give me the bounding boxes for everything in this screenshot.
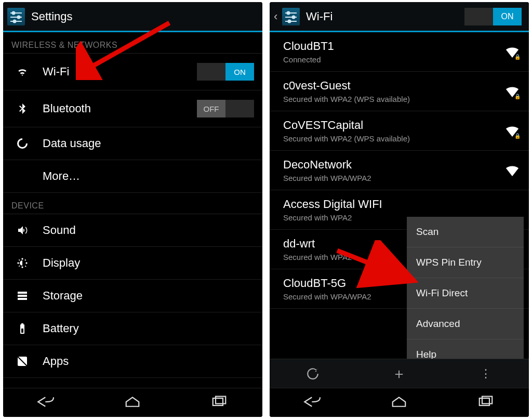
overflow-menu: Scan WPS Pin Entry Wi-Fi Direct Advanced… bbox=[407, 217, 524, 359]
wifi-status: Secured with WPA2 (WPS available) bbox=[283, 95, 505, 103]
wifi-signal-icon bbox=[505, 165, 520, 176]
lock-icon: 🔒 bbox=[514, 133, 521, 139]
row-sound-label: Sound bbox=[43, 224, 76, 237]
wifi-network-row[interactable]: CoVESTCapital Secured with WPA2 (WPS ava… bbox=[270, 111, 529, 151]
row-more[interactable]: More… bbox=[3, 160, 262, 193]
nav-recent-button[interactable] bbox=[475, 395, 497, 411]
wifi-master-toggle[interactable]: ON bbox=[464, 8, 522, 25]
wifi-status: Secured with WPA2 (WPS available) bbox=[283, 134, 505, 143]
nav-recent-button[interactable] bbox=[208, 395, 230, 411]
section-wireless-networks: WIRELESS & NETWORKS bbox=[3, 32, 262, 54]
toggle-off-label: OFF bbox=[197, 100, 225, 117]
row-storage-label: Storage bbox=[43, 289, 83, 303]
wifi-signal-icon: 🔒 bbox=[505, 46, 520, 58]
page-title: Settings bbox=[31, 10, 255, 23]
svg-rect-7 bbox=[18, 295, 27, 297]
nav-bar bbox=[270, 388, 529, 417]
wifi-ssid: CoVESTCapital bbox=[283, 119, 505, 132]
svg-point-3 bbox=[18, 16, 20, 18]
row-battery-label: Battery bbox=[43, 322, 79, 335]
wifi-toggle[interactable]: ON bbox=[197, 63, 254, 81]
wifi-signal-icon bbox=[505, 204, 520, 216]
page-title: Wi-Fi bbox=[306, 10, 464, 23]
row-apps-label: Apps bbox=[43, 355, 69, 368]
svg-rect-11 bbox=[213, 398, 223, 405]
battery-icon bbox=[14, 322, 31, 335]
display-icon bbox=[14, 257, 31, 269]
refresh-button[interactable] bbox=[270, 367, 356, 381]
wifi-network-row[interactable]: CloudBT1 Connected 🔒 bbox=[270, 32, 529, 72]
add-network-button[interactable]: ＋ bbox=[356, 364, 442, 384]
wifi-signal-icon: 🔒 bbox=[505, 86, 520, 97]
row-bluetooth[interactable]: Bluetooth OFF bbox=[3, 90, 262, 127]
menu-item-advanced[interactable]: Advanced bbox=[407, 309, 524, 339]
wifi-network-row[interactable]: DecoNetwork Secured with WPA/WPA2 bbox=[270, 151, 529, 190]
action-bar: ‹ Wi-Fi ON bbox=[270, 2, 529, 31]
row-data-usage[interactable]: Data usage bbox=[3, 127, 262, 160]
svg-rect-20 bbox=[480, 398, 489, 405]
wifi-screen: ‹ Wi-Fi ON CloudBT1 Connected 🔒 c0vest-G… bbox=[270, 2, 529, 417]
row-wifi-label: Wi-Fi bbox=[43, 65, 69, 78]
apps-icon bbox=[14, 355, 31, 368]
settings-app-icon bbox=[7, 8, 25, 25]
toggle-on-label: ON bbox=[493, 8, 522, 25]
svg-point-16 bbox=[292, 16, 295, 18]
nav-bar bbox=[3, 388, 262, 417]
wifi-status: Secured with WPA/WPA2 bbox=[283, 174, 505, 182]
svg-point-14 bbox=[287, 11, 290, 14]
back-caret-icon[interactable]: ‹ bbox=[274, 10, 281, 23]
overflow-button[interactable]: ⋮ bbox=[443, 367, 529, 381]
row-data-usage-label: Data usage bbox=[43, 137, 101, 150]
action-bar: Settings bbox=[3, 2, 262, 31]
nav-back-button[interactable] bbox=[302, 395, 324, 411]
svg-rect-6 bbox=[18, 292, 27, 294]
row-apps[interactable]: Apps bbox=[3, 345, 262, 378]
lock-icon: 🔒 bbox=[514, 54, 521, 60]
svg-rect-21 bbox=[482, 396, 492, 403]
menu-item-wps-pin[interactable]: WPS Pin Entry bbox=[407, 247, 524, 278]
bluetooth-toggle[interactable]: OFF bbox=[197, 100, 254, 117]
wifi-ssid: Access Digital WIFI bbox=[283, 198, 505, 211]
svg-rect-8 bbox=[18, 298, 27, 300]
toggle-on-label: ON bbox=[225, 63, 254, 81]
row-more-label: More… bbox=[43, 169, 80, 183]
menu-item-wifi-direct[interactable]: Wi-Fi Direct bbox=[407, 278, 524, 309]
sound-icon bbox=[14, 224, 31, 237]
menu-item-help[interactable]: Help bbox=[407, 339, 524, 359]
storage-icon bbox=[14, 290, 31, 302]
row-sound[interactable]: Sound bbox=[3, 214, 262, 247]
settings-list[interactable]: WIRELESS & NETWORKS Wi-Fi ON Bluetooth O… bbox=[3, 32, 262, 388]
row-storage[interactable]: Storage bbox=[3, 280, 262, 312]
svg-point-5 bbox=[14, 20, 16, 22]
lock-icon: 🔒 bbox=[514, 94, 521, 99]
row-display[interactable]: Display bbox=[3, 247, 262, 280]
wifi-ssid: c0vest-Guest bbox=[283, 79, 505, 93]
svg-point-18 bbox=[288, 20, 291, 22]
row-display-label: Display bbox=[43, 256, 80, 270]
row-bluetooth-label: Bluetooth bbox=[43, 102, 91, 115]
wifi-network-row[interactable]: c0vest-Guest Secured with WPA2 (WPS avai… bbox=[270, 72, 529, 111]
nav-home-button[interactable] bbox=[388, 395, 410, 411]
row-wifi[interactable]: Wi-Fi ON bbox=[3, 54, 262, 90]
svg-rect-12 bbox=[216, 396, 225, 403]
wifi-toolbar: ＋ ⋮ bbox=[270, 359, 529, 388]
wifi-icon bbox=[14, 66, 31, 78]
data-usage-icon bbox=[14, 137, 31, 150]
nav-back-button[interactable] bbox=[35, 395, 57, 411]
section-device: DEVICE bbox=[3, 193, 262, 214]
wifi-network-list[interactable]: CloudBT1 Connected 🔒 c0vest-Guest Secure… bbox=[270, 32, 529, 359]
row-battery[interactable]: Battery bbox=[3, 312, 262, 345]
settings-screen: Settings WIRELESS & NETWORKS Wi-Fi ON Bl… bbox=[3, 2, 262, 417]
svg-point-1 bbox=[12, 11, 15, 14]
nav-home-button[interactable] bbox=[122, 395, 143, 411]
wifi-ssid: DecoNetwork bbox=[283, 158, 505, 172]
bluetooth-icon bbox=[14, 102, 31, 115]
settings-app-icon[interactable] bbox=[282, 8, 300, 25]
wifi-status: Connected bbox=[283, 55, 505, 64]
menu-item-scan[interactable]: Scan bbox=[407, 217, 524, 247]
wifi-signal-icon: 🔒 bbox=[505, 125, 520, 137]
wifi-ssid: CloudBT1 bbox=[283, 40, 505, 53]
